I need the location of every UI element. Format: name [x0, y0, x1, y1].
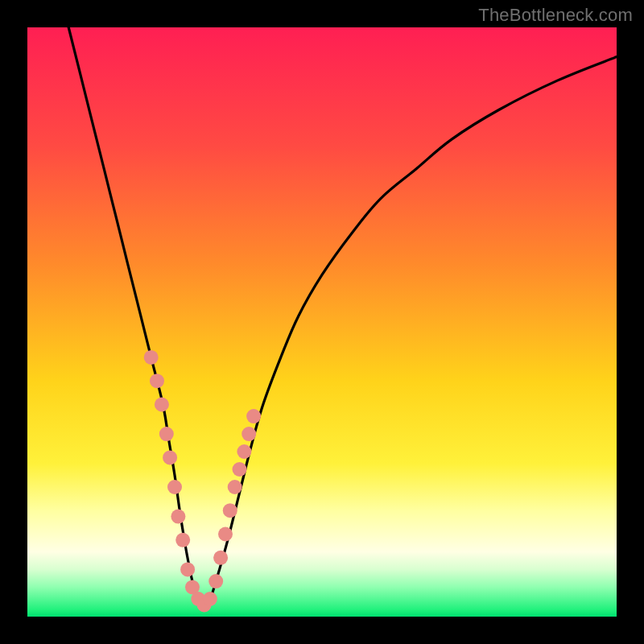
marker-point	[171, 510, 185, 524]
marker-point	[233, 462, 247, 477]
marker-point	[213, 551, 228, 565]
marker-point	[163, 450, 177, 464]
marker-point	[223, 503, 237, 518]
marker-point	[228, 480, 242, 494]
marker-point	[150, 374, 164, 388]
marker-point	[159, 427, 174, 441]
marker-point	[180, 562, 195, 576]
marker-point	[237, 444, 251, 459]
marker-point	[155, 398, 169, 412]
marker-point	[218, 527, 233, 542]
marker-point	[246, 409, 261, 423]
outer-frame: TheBottleneck.com	[0, 0, 644, 644]
marker-point	[144, 350, 159, 365]
watermark-text: TheBottleneck.com	[478, 5, 633, 26]
marker-point	[167, 480, 182, 494]
marker-point	[208, 574, 223, 588]
marker-point	[242, 427, 256, 441]
chart-svg	[27, 27, 617, 617]
marker-point	[203, 592, 217, 606]
bottleneck-curve	[68, 27, 617, 605]
plot-area	[27, 27, 617, 617]
marker-point	[175, 533, 190, 547]
